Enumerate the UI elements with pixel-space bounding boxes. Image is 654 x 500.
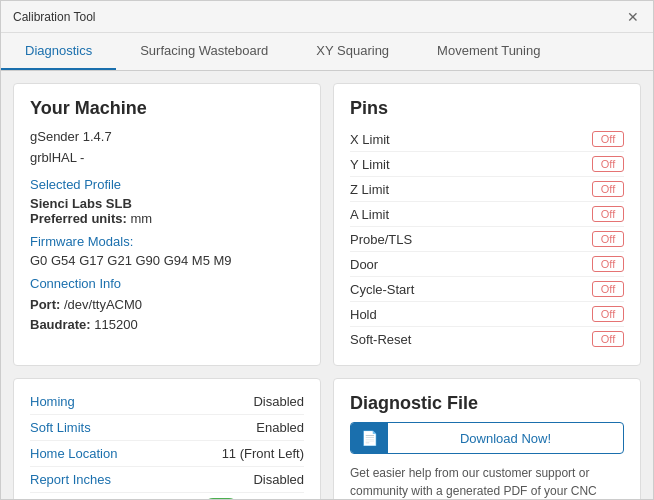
pin-row: HoldOff [350, 302, 624, 327]
pin-label: Y Limit [350, 157, 390, 172]
port-label: Port: [30, 297, 60, 312]
profile-name: Sienci Labs SLB [30, 196, 304, 211]
pin-label: Z Limit [350, 182, 389, 197]
setting-label: Report Inches [30, 472, 111, 487]
pin-label: Probe/TLS [350, 232, 412, 247]
diagnostic-card-title: Diagnostic File [350, 393, 624, 414]
download-label: Download Now! [388, 424, 623, 453]
close-button[interactable]: ✕ [625, 9, 641, 25]
pin-row: Y LimitOff [350, 152, 624, 177]
pin-label: X Limit [350, 132, 390, 147]
setting-label: Home Location [30, 446, 117, 461]
download-button[interactable]: 📄 Download Now! [350, 422, 624, 454]
firmware-version: grblHAL - [30, 148, 304, 169]
diagnostic-card: Diagnostic File 📄 Download Now! Get easi… [333, 378, 641, 499]
pin-badge: Off [592, 306, 624, 322]
setting-value: Enabled [256, 420, 304, 435]
setting-value: Disabled [253, 394, 304, 409]
port-value: /dev/ttyACM0 [64, 297, 142, 312]
pin-row: Cycle-StartOff [350, 277, 624, 302]
settings-card: HomingDisabledSoft LimitsEnabledHome Loc… [13, 378, 321, 499]
setting-row: Soft LimitsEnabled [30, 415, 304, 441]
gsender-version: gSender 1.4.7 [30, 127, 304, 148]
pin-badge: Off [592, 181, 624, 197]
stepper-motors-toggle[interactable] [203, 498, 239, 499]
setting-label: Soft Limits [30, 420, 91, 435]
pin-badge: Off [592, 281, 624, 297]
tab-xy-squaring[interactable]: XY Squaring [292, 33, 413, 70]
download-icon: 📄 [351, 423, 388, 453]
firmware-modals-value: G0 G54 G17 G21 G90 G94 M5 M9 [30, 253, 304, 268]
pin-row: Soft-ResetOff [350, 327, 624, 351]
baudrate-label: Baudrate: [30, 317, 91, 332]
machine-card: Your Machine gSender 1.4.7 grblHAL - Sel… [13, 83, 321, 366]
title-bar: Calibration Tool ✕ [1, 1, 653, 33]
pin-badge: Off [592, 231, 624, 247]
toggle-wrapper: Unlocked [203, 498, 304, 499]
connection-info-label: Connection Info [30, 276, 304, 291]
pins-list: X LimitOffY LimitOffZ LimitOffA LimitOff… [350, 127, 624, 351]
content-area: Your Machine gSender 1.4.7 grblHAL - Sel… [1, 71, 653, 499]
pin-label: Soft-Reset [350, 332, 411, 347]
setting-value: Disabled [253, 472, 304, 487]
pins-card-title: Pins [350, 98, 624, 119]
pin-badge: Off [592, 331, 624, 347]
pin-row: Z LimitOff [350, 177, 624, 202]
setting-label: Homing [30, 394, 75, 409]
pin-badge: Off [592, 156, 624, 172]
baudrate-value: 115200 [94, 317, 137, 332]
pin-row: DoorOff [350, 252, 624, 277]
firmware-modals-label: Firmware Modals: [30, 234, 304, 249]
setting-row: HomingDisabled [30, 389, 304, 415]
pin-label: Door [350, 257, 378, 272]
tab-surfacing[interactable]: Surfacing Wasteboard [116, 33, 292, 70]
diagnostic-description: Get easier help from our customer suppor… [350, 464, 624, 499]
pin-row: Probe/TLSOff [350, 227, 624, 252]
setting-row: Stepper MotorsUnlocked [30, 493, 304, 499]
pin-badge: Off [592, 256, 624, 272]
tab-diagnostics[interactable]: Diagnostics [1, 33, 116, 70]
preferred-units-value: mm [130, 211, 152, 226]
calibration-tool-window: Calibration Tool ✕ Diagnostics Surfacing… [0, 0, 654, 500]
pin-row: A LimitOff [350, 202, 624, 227]
pin-label: Hold [350, 307, 377, 322]
window-title: Calibration Tool [13, 10, 96, 24]
tabs-bar: Diagnostics Surfacing Wasteboard XY Squa… [1, 33, 653, 71]
machine-card-title: Your Machine [30, 98, 304, 119]
pin-badge: Off [592, 131, 624, 147]
preferred-units-label: Preferred units: [30, 211, 127, 226]
pin-badge: Off [592, 206, 624, 222]
tab-movement-tuning[interactable]: Movement Tuning [413, 33, 564, 70]
selected-profile-label: Selected Profile [30, 177, 304, 192]
setting-row: Report InchesDisabled [30, 467, 304, 493]
pin-label: Cycle-Start [350, 282, 414, 297]
setting-row: Home Location11 (Front Left) [30, 441, 304, 467]
setting-value: 11 (Front Left) [222, 446, 304, 461]
pins-card: Pins X LimitOffY LimitOffZ LimitOffA Lim… [333, 83, 641, 366]
pin-row: X LimitOff [350, 127, 624, 152]
pin-label: A Limit [350, 207, 389, 222]
